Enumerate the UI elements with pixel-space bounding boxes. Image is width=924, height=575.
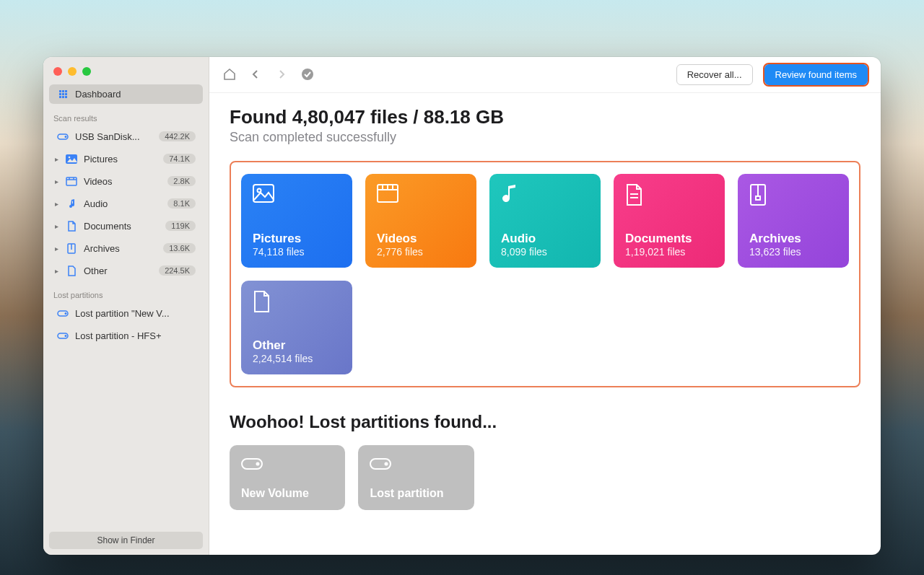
review-found-items-button[interactable]: Review found items — [764, 64, 868, 85]
sidebar-item-audio[interactable]: ▸ Audio 8.1K — [49, 194, 203, 214]
category-card-pictures[interactable]: Pictures 74,118 files — [241, 174, 352, 268]
card-title: Pictures — [253, 232, 341, 246]
archives-icon — [749, 184, 837, 213]
chevron-right-icon: ▸ — [55, 267, 64, 275]
documents-icon — [625, 184, 713, 213]
app-window: Dashboard Scan results USB SanDisk... 44… — [43, 57, 881, 555]
category-card-documents[interactable]: Documents 1,19,021 files — [614, 174, 725, 268]
category-card-archives[interactable]: Archives 13,623 files — [738, 174, 849, 268]
sidebar-section-scan-results: Scan results — [43, 105, 209, 126]
chevron-right-icon: ▸ — [55, 200, 64, 208]
svg-rect-26 — [756, 196, 760, 200]
count-badge: 442.2K — [159, 131, 196, 141]
sidebar-item-label: Archives — [84, 243, 163, 254]
sidebar-item-label: Audio — [84, 198, 167, 209]
svg-point-30 — [385, 462, 388, 465]
lost-partitions-title: Woohoo! Lost partitions found... — [230, 412, 860, 432]
drive-icon — [241, 455, 334, 471]
show-in-finder-button[interactable]: Show in Finder — [49, 532, 203, 549]
sidebar-item-label: Videos — [84, 176, 167, 187]
videos-icon — [377, 184, 465, 213]
other-icon — [65, 265, 78, 276]
maximize-icon[interactable] — [82, 67, 91, 76]
card-title: Other — [253, 338, 341, 353]
count-badge: 119K — [165, 221, 196, 231]
card-count: 2,24,514 files — [253, 353, 341, 364]
card-count: 2,776 files — [377, 246, 465, 258]
pictures-icon — [253, 184, 341, 213]
sidebar-item-label: USB SanDisk... — [75, 131, 159, 142]
svg-point-14 — [302, 69, 313, 80]
recover-all-button[interactable]: Recover all... — [676, 64, 753, 85]
card-count: 13,623 files — [749, 246, 837, 258]
sidebar: Dashboard Scan results USB SanDisk... 44… — [43, 57, 209, 555]
count-badge: 8.1K — [167, 198, 196, 209]
card-count: 74,118 files — [253, 246, 341, 258]
sidebar-item-drive[interactable]: USB SanDisk... 442.2K — [49, 127, 203, 146]
audio-icon — [65, 198, 78, 209]
chevron-right-icon: ▸ — [55, 245, 64, 253]
card-count: 8,099 files — [501, 246, 589, 258]
toolbar: Recover all... Review found items — [209, 57, 881, 93]
audio-icon — [501, 184, 589, 213]
count-badge: 224.5K — [159, 265, 196, 276]
dashboard-icon — [56, 90, 69, 98]
card-title: Archives — [749, 232, 837, 246]
svg-point-13 — [65, 335, 66, 337]
count-badge: 74.1K — [163, 154, 196, 164]
category-card-videos[interactable]: Videos 2,776 files — [365, 174, 476, 268]
card-count: 1,19,021 files — [625, 246, 713, 258]
sidebar-item-archives[interactable]: ▸ Archives 13.6K — [49, 239, 203, 258]
sidebar-item-videos[interactable]: ▸ Videos 2.8K — [49, 172, 203, 191]
back-icon[interactable] — [248, 67, 263, 82]
sidebar-item-other[interactable]: ▸ Other 224.5K — [49, 261, 203, 281]
close-icon[interactable] — [53, 67, 62, 76]
archives-icon — [65, 243, 78, 254]
documents-icon — [65, 221, 78, 232]
content-area[interactable]: Found 4,80,047 files / 88.18 GB Scan com… — [209, 93, 881, 555]
count-badge: 13.6K — [163, 243, 196, 253]
partition-name: New Volume — [241, 487, 334, 500]
sidebar-item-label: Lost partition "New V... — [75, 308, 196, 319]
svg-rect-15 — [253, 185, 274, 202]
chevron-right-icon: ▸ — [55, 177, 64, 185]
sidebar-section-lost-partitions: Lost partitions — [43, 282, 209, 302]
sidebar-item-pictures[interactable]: ▸ Pictures 74.1K — [49, 149, 203, 169]
partition-name: Lost partition — [370, 487, 462, 500]
drive-icon — [370, 455, 462, 471]
partition-card-grid: New Volume Lost partition — [230, 445, 860, 510]
check-circle-icon[interactable] — [300, 67, 315, 82]
sidebar-item-lost-partition[interactable]: Lost partition "New V... — [49, 304, 203, 323]
chevron-right-icon: ▸ — [55, 155, 64, 163]
card-title: Documents — [625, 232, 713, 246]
sidebar-item-dashboard[interactable]: Dashboard — [49, 84, 203, 104]
svg-rect-2 — [66, 154, 77, 164]
category-cards-highlight: Pictures 74,118 files Videos 2,776 files — [230, 161, 860, 387]
svg-rect-4 — [66, 177, 77, 185]
category-card-other[interactable]: Other 2,24,514 files — [241, 281, 352, 374]
sidebar-item-label: Other — [84, 265, 159, 276]
pictures-icon — [65, 154, 78, 164]
svg-point-28 — [257, 462, 259, 465]
sidebar-item-documents[interactable]: ▸ Documents 119K — [49, 216, 203, 236]
card-title: Audio — [501, 232, 589, 246]
sidebar-item-label: Documents — [84, 221, 165, 232]
chevron-right-icon: ▸ — [55, 222, 64, 230]
main-pane: Recover all... Review found items Found … — [209, 57, 881, 555]
results-title: Found 4,80,047 files / 88.18 GB — [230, 106, 860, 128]
minimize-icon[interactable] — [68, 67, 77, 76]
drive-icon — [56, 331, 69, 340]
forward-icon — [274, 67, 289, 82]
category-card-audio[interactable]: Audio 8,099 files — [489, 174, 601, 268]
home-icon[interactable] — [222, 67, 237, 82]
sidebar-item-label: Dashboard — [75, 89, 196, 100]
window-controls — [43, 57, 209, 83]
sidebar-item-label: Lost partition - HFS+ — [75, 330, 196, 341]
partition-card[interactable]: Lost partition — [358, 445, 474, 510]
partition-card[interactable]: New Volume — [230, 445, 345, 510]
svg-point-1 — [65, 136, 66, 138]
svg-point-11 — [65, 313, 66, 315]
sidebar-item-lost-partition[interactable]: Lost partition - HFS+ — [49, 326, 203, 346]
drive-icon — [56, 132, 69, 141]
drive-icon — [56, 309, 69, 317]
